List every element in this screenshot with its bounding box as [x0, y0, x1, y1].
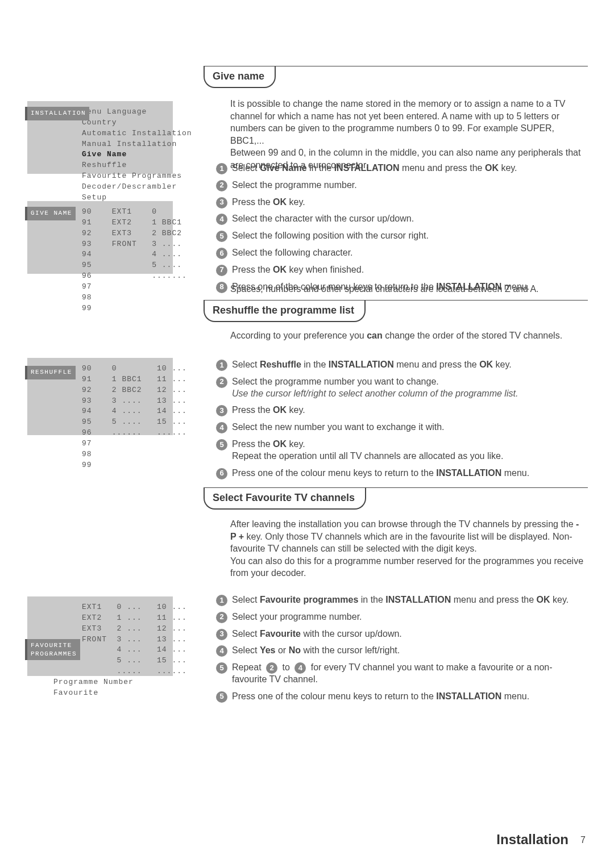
- step: 1 Select Reshuffle in the INSTALLATION m…: [216, 359, 586, 371]
- osd-line: 99: [82, 460, 166, 471]
- heading-reshuffle: Reshuffle the programme list: [204, 300, 366, 322]
- footer-page-number: 7: [580, 835, 586, 845]
- step: 3Select Favourite with the cursor up/dow…: [216, 628, 586, 640]
- osd-line: 95 5 ....: [82, 260, 166, 271]
- osd-line: 91 1 BBC1 11 ...: [82, 374, 166, 385]
- osd-line: 97: [82, 439, 166, 449]
- osd-line: 95 5 .... 15 ...: [82, 417, 166, 428]
- intro-favourite: After leaving the installation you can b…: [230, 518, 586, 579]
- step-badge: 1: [216, 360, 227, 371]
- step-badge: 5: [216, 691, 227, 703]
- osd-line: 98: [82, 449, 166, 460]
- step-badge: 3: [216, 197, 227, 208]
- osd-line: 5 ... 15 ...: [82, 656, 166, 666]
- step-badge: 8: [216, 282, 227, 293]
- osd-favourite: FAVOURITE PROGRAMMES EXT1 0 ... 10 ... E…: [27, 596, 173, 676]
- osd-line-selected: Give Name: [82, 149, 166, 160]
- osd-line: 94 4 .... 14 ...: [82, 406, 166, 417]
- osd-line: 93 FRONT 3 ....: [82, 239, 166, 250]
- osd-line: 99: [82, 303, 166, 314]
- osd-line: Manual Installation: [82, 139, 166, 150]
- osd-line: EXT1 0 ... 10 ...: [82, 602, 166, 613]
- osd-line: 92 2 BBC2 12 ...: [82, 385, 166, 396]
- step-badge: 2: [216, 612, 227, 623]
- step-badge: 3: [216, 629, 227, 640]
- steps-favourite: 1 Select Favourite programmes in the INS…: [216, 594, 586, 708]
- step: 2Select your programme number.: [216, 611, 586, 623]
- step-badge: 7: [216, 265, 227, 276]
- osd-line: EXT3 2 ... 12 ...: [82, 624, 166, 635]
- osd-line: 92 EXT3 2 BBC2: [82, 228, 166, 239]
- osd-line: 91 EXT2 1 BBC1: [82, 218, 166, 228]
- step-badge: 5: [216, 662, 227, 674]
- step: 6Select the following character.: [216, 247, 586, 259]
- step: 3Press the OK key.: [216, 197, 586, 208]
- osd-line: Decoder/Descrambler: [82, 182, 166, 193]
- osd-reshuffle: RESHUFFLE 90 0 10 ... 91 1 BBC1 11 ... 9…: [27, 358, 173, 435]
- step-badge: 5: [216, 231, 227, 242]
- osd-tab: GIVE NAME: [27, 207, 76, 220]
- step: 5 Repeat 2 to 4 for every TV channel you…: [216, 662, 586, 686]
- steps-give-name: 1 Select Give Name in the INSTALLATION m…: [216, 162, 586, 298]
- osd-line: Country: [82, 118, 166, 128]
- step: 1 Select Favourite programmes in the INS…: [216, 594, 586, 606]
- step-badge: 1: [216, 595, 227, 606]
- osd-line: 94 4 ....: [82, 249, 166, 260]
- note-give-name: Spaces, numbers and other special charac…: [230, 283, 586, 295]
- step: 6Press one of the colour menu keys to re…: [216, 468, 586, 479]
- footer-section: Installation: [496, 832, 569, 848]
- step: 1 Select Give Name in the INSTALLATION m…: [216, 162, 586, 174]
- osd-line: 90 EXT1 0: [82, 207, 166, 218]
- step: 4Select the new number you want to excha…: [216, 422, 586, 433]
- step-badge: 3: [216, 405, 227, 416]
- osd-line: 96 .......: [82, 271, 166, 282]
- step: 3Press the OK key.: [216, 404, 586, 416]
- step-badge: 1: [216, 163, 227, 174]
- heading-favourite: Select Favourite TV channels: [204, 487, 366, 510]
- heading-give-name: Give name: [204, 66, 276, 88]
- osd-tab: RESHUFFLE: [27, 366, 76, 379]
- osd-line: Programme Number: [53, 677, 166, 688]
- osd-line: 96 ...... ......: [82, 428, 166, 439]
- step: 4Select Yes or No with the cursor left/r…: [216, 645, 586, 657]
- step-badge: 4: [216, 645, 227, 657]
- osd-line: FRONT 3 ... 13 ...: [82, 635, 166, 645]
- step: 2 Select the programme number you want t…: [216, 376, 586, 400]
- intro-give-name: It is possible to change the name stored…: [230, 98, 586, 172]
- step: 2Select the programme number.: [216, 180, 586, 191]
- osd-line: 93 3 .... 13 ...: [82, 396, 166, 407]
- chip-4: 4: [294, 662, 306, 674]
- step: 5Press the OK key.Repeat the operation u…: [216, 439, 586, 462]
- step-badge: 6: [216, 248, 227, 259]
- osd-line: Menu Language: [82, 107, 166, 118]
- step-badge: 5: [216, 439, 227, 450]
- osd-line: Favourite: [53, 688, 166, 699]
- osd-give-name: GIVE NAME 90 EXT1 0 91 EXT2 1 BBC1 92 EX…: [27, 201, 173, 274]
- osd-line: 90 0 10 ...: [82, 364, 166, 374]
- step-badge: 4: [216, 214, 227, 225]
- intro-reshuffle: According to your preference you can cha…: [230, 329, 586, 342]
- step-badge: 4: [216, 422, 227, 433]
- osd-line: 98: [82, 293, 166, 303]
- step-badge: 6: [216, 468, 227, 479]
- steps-reshuffle: 1 Select Reshuffle in the INSTALLATION m…: [216, 359, 586, 484]
- osd-tab: FAVOURITE PROGRAMMES: [27, 639, 80, 660]
- step: 5Select the following position with the …: [216, 230, 586, 242]
- osd-line: ..... ......: [82, 666, 166, 677]
- step: 4Select the character with the cursor up…: [216, 213, 586, 225]
- osd-line: Automatic Installation: [82, 128, 166, 139]
- osd-installation: INSTALLATION Menu Language Country Autom…: [27, 101, 173, 174]
- osd-tab: INSTALLATION: [27, 107, 89, 120]
- osd-line: 97: [82, 282, 166, 293]
- step: 5Press one of the colour menu keys to re…: [216, 691, 586, 703]
- osd-line: Reshuffle: [82, 160, 166, 171]
- osd-line: EXT2 1 ... 11 ...: [82, 613, 166, 624]
- osd-line: 4 ... 14 ...: [82, 645, 166, 656]
- chip-2: 2: [266, 662, 277, 674]
- osd-line: Favourite Programmes: [82, 171, 166, 182]
- step-badge: 2: [216, 180, 227, 191]
- step: 7Press the OK key when finished.: [216, 264, 586, 276]
- step-badge: 2: [216, 377, 227, 388]
